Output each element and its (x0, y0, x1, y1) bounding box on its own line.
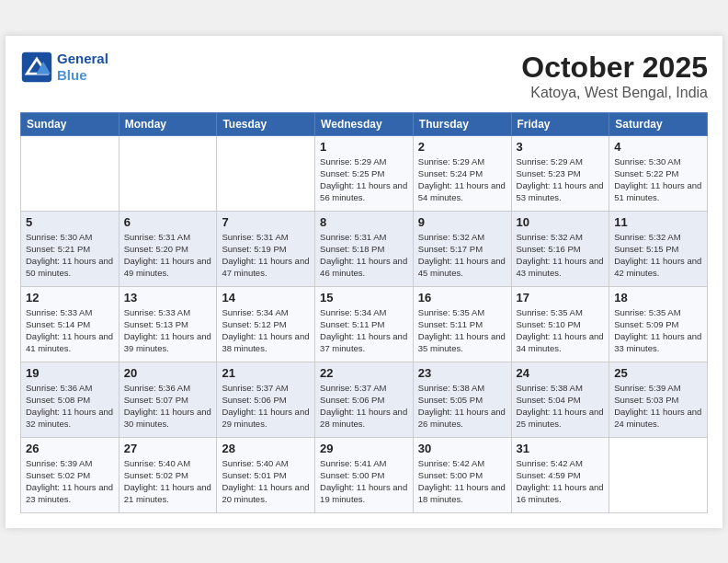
day-number: 1 (320, 140, 408, 154)
weekday-header-tuesday: Tuesday (217, 112, 315, 135)
day-info: Sunrise: 5:35 AM Sunset: 5:09 PM Dayligh… (614, 306, 702, 355)
day-cell: 17Sunrise: 5:35 AM Sunset: 5:10 PM Dayli… (511, 286, 609, 362)
day-number: 30 (418, 442, 506, 455)
day-info: Sunrise: 5:31 AM Sunset: 5:18 PM Dayligh… (320, 231, 408, 280)
day-info: Sunrise: 5:42 AM Sunset: 5:00 PM Dayligh… (418, 457, 506, 506)
day-number: 4 (614, 140, 702, 154)
day-number: 11 (614, 215, 702, 229)
day-cell: 5Sunrise: 5:30 AM Sunset: 5:21 PM Daylig… (21, 211, 119, 286)
day-number: 10 (517, 215, 605, 229)
day-info: Sunrise: 5:36 AM Sunset: 5:08 PM Dayligh… (26, 382, 114, 431)
day-number: 14 (222, 291, 310, 304)
weekday-header-friday: Friday (511, 112, 609, 135)
week-row-4: 19Sunrise: 5:36 AM Sunset: 5:08 PM Dayli… (21, 362, 708, 437)
week-row-3: 12Sunrise: 5:33 AM Sunset: 5:14 PM Dayli… (21, 286, 708, 362)
day-info: Sunrise: 5:35 AM Sunset: 5:10 PM Dayligh… (517, 306, 605, 355)
day-cell: 13Sunrise: 5:33 AM Sunset: 5:13 PM Dayli… (119, 286, 217, 362)
day-cell: 16Sunrise: 5:35 AM Sunset: 5:11 PM Dayli… (413, 286, 511, 362)
weekday-header-saturday: Saturday (609, 112, 708, 135)
day-number: 23 (418, 366, 506, 380)
day-cell: 9Sunrise: 5:32 AM Sunset: 5:17 PM Daylig… (413, 211, 511, 286)
day-info: Sunrise: 5:37 AM Sunset: 5:06 PM Dayligh… (222, 382, 310, 431)
calendar-header: General Blue October 2025 Katoya, West B… (20, 51, 708, 101)
day-number: 9 (418, 215, 506, 229)
day-number: 7 (222, 215, 310, 229)
calendar-table: SundayMondayTuesdayWednesdayThursdayFrid… (20, 112, 708, 513)
day-cell: 27Sunrise: 5:40 AM Sunset: 5:02 PM Dayli… (119, 437, 217, 512)
day-info: Sunrise: 5:41 AM Sunset: 5:00 PM Dayligh… (320, 457, 408, 506)
day-cell: 2Sunrise: 5:29 AM Sunset: 5:24 PM Daylig… (413, 135, 511, 211)
day-cell: 18Sunrise: 5:35 AM Sunset: 5:09 PM Dayli… (609, 286, 708, 362)
logo: General Blue (20, 51, 108, 84)
day-number: 19 (26, 366, 114, 380)
day-cell: 15Sunrise: 5:34 AM Sunset: 5:11 PM Dayli… (315, 286, 414, 362)
day-info: Sunrise: 5:39 AM Sunset: 5:02 PM Dayligh… (26, 457, 114, 506)
month-title: October 2025 (521, 51, 708, 85)
day-cell: 6Sunrise: 5:31 AM Sunset: 5:20 PM Daylig… (119, 211, 217, 286)
day-cell: 19Sunrise: 5:36 AM Sunset: 5:08 PM Dayli… (21, 362, 119, 437)
weekday-header-row: SundayMondayTuesdayWednesdayThursdayFrid… (21, 112, 708, 135)
day-info: Sunrise: 5:34 AM Sunset: 5:11 PM Dayligh… (320, 306, 408, 355)
day-cell: 29Sunrise: 5:41 AM Sunset: 5:00 PM Dayli… (315, 437, 414, 512)
day-number: 18 (614, 291, 702, 304)
day-info: Sunrise: 5:39 AM Sunset: 5:03 PM Dayligh… (614, 382, 702, 431)
day-info: Sunrise: 5:35 AM Sunset: 5:11 PM Dayligh… (418, 306, 506, 355)
day-info: Sunrise: 5:29 AM Sunset: 5:25 PM Dayligh… (320, 155, 408, 204)
logo-icon (20, 51, 53, 84)
logo-line2: Blue (57, 67, 108, 84)
week-row-2: 5Sunrise: 5:30 AM Sunset: 5:21 PM Daylig… (21, 211, 708, 286)
day-cell: 7Sunrise: 5:31 AM Sunset: 5:19 PM Daylig… (217, 211, 315, 286)
day-number: 17 (517, 291, 605, 304)
day-cell: 20Sunrise: 5:36 AM Sunset: 5:07 PM Dayli… (119, 362, 217, 437)
day-info: Sunrise: 5:33 AM Sunset: 5:14 PM Dayligh… (26, 306, 114, 355)
day-cell: 22Sunrise: 5:37 AM Sunset: 5:06 PM Dayli… (315, 362, 414, 437)
day-cell: 8Sunrise: 5:31 AM Sunset: 5:18 PM Daylig… (315, 211, 414, 286)
day-number: 24 (517, 366, 605, 380)
logo-line1: General (57, 51, 108, 67)
day-info: Sunrise: 5:32 AM Sunset: 5:15 PM Dayligh… (614, 231, 702, 280)
day-number: 29 (320, 442, 408, 455)
day-cell: 12Sunrise: 5:33 AM Sunset: 5:14 PM Dayli… (21, 286, 119, 362)
day-number: 28 (222, 442, 310, 455)
day-cell: 14Sunrise: 5:34 AM Sunset: 5:12 PM Dayli… (217, 286, 315, 362)
day-number: 8 (320, 215, 408, 229)
week-row-1: 1Sunrise: 5:29 AM Sunset: 5:25 PM Daylig… (21, 135, 708, 211)
day-number: 13 (124, 291, 212, 304)
weekday-header-sunday: Sunday (21, 112, 119, 135)
weekday-header-wednesday: Wednesday (315, 112, 414, 135)
day-number: 31 (517, 442, 605, 455)
day-cell: 25Sunrise: 5:39 AM Sunset: 5:03 PM Dayli… (609, 362, 708, 437)
day-info: Sunrise: 5:31 AM Sunset: 5:19 PM Dayligh… (222, 231, 310, 280)
weekday-header-monday: Monday (119, 112, 217, 135)
day-number: 26 (26, 442, 114, 455)
day-number: 5 (26, 215, 114, 229)
calendar-container: General Blue October 2025 Katoya, West B… (6, 36, 722, 528)
day-info: Sunrise: 5:42 AM Sunset: 4:59 PM Dayligh… (517, 457, 605, 506)
day-number: 27 (124, 442, 212, 455)
day-info: Sunrise: 5:38 AM Sunset: 5:04 PM Dayligh… (517, 382, 605, 431)
day-info: Sunrise: 5:40 AM Sunset: 5:02 PM Dayligh… (124, 457, 212, 506)
day-number: 25 (614, 366, 702, 380)
day-cell: 24Sunrise: 5:38 AM Sunset: 5:04 PM Dayli… (511, 362, 609, 437)
day-info: Sunrise: 5:40 AM Sunset: 5:01 PM Dayligh… (222, 457, 310, 506)
location-title: Katoya, West Bengal, India (521, 85, 708, 101)
week-row-5: 26Sunrise: 5:39 AM Sunset: 5:02 PM Dayli… (21, 437, 708, 512)
day-info: Sunrise: 5:36 AM Sunset: 5:07 PM Dayligh… (124, 382, 212, 431)
day-cell (21, 135, 119, 211)
day-info: Sunrise: 5:29 AM Sunset: 5:24 PM Dayligh… (418, 155, 506, 204)
day-number: 20 (124, 366, 212, 380)
calendar-tbody: 1Sunrise: 5:29 AM Sunset: 5:25 PM Daylig… (21, 135, 708, 512)
day-number: 15 (320, 291, 408, 304)
day-info: Sunrise: 5:33 AM Sunset: 5:13 PM Dayligh… (124, 306, 212, 355)
day-cell: 4Sunrise: 5:30 AM Sunset: 5:22 PM Daylig… (609, 135, 708, 211)
day-number: 3 (517, 140, 605, 154)
day-cell (609, 437, 708, 512)
day-cell (119, 135, 217, 211)
day-number: 6 (124, 215, 212, 229)
day-cell: 3Sunrise: 5:29 AM Sunset: 5:23 PM Daylig… (511, 135, 609, 211)
day-info: Sunrise: 5:37 AM Sunset: 5:06 PM Dayligh… (320, 382, 408, 431)
calendar-thead: SundayMondayTuesdayWednesdayThursdayFrid… (21, 112, 708, 135)
day-number: 21 (222, 366, 310, 380)
day-cell: 30Sunrise: 5:42 AM Sunset: 5:00 PM Dayli… (413, 437, 511, 512)
day-number: 16 (418, 291, 506, 304)
